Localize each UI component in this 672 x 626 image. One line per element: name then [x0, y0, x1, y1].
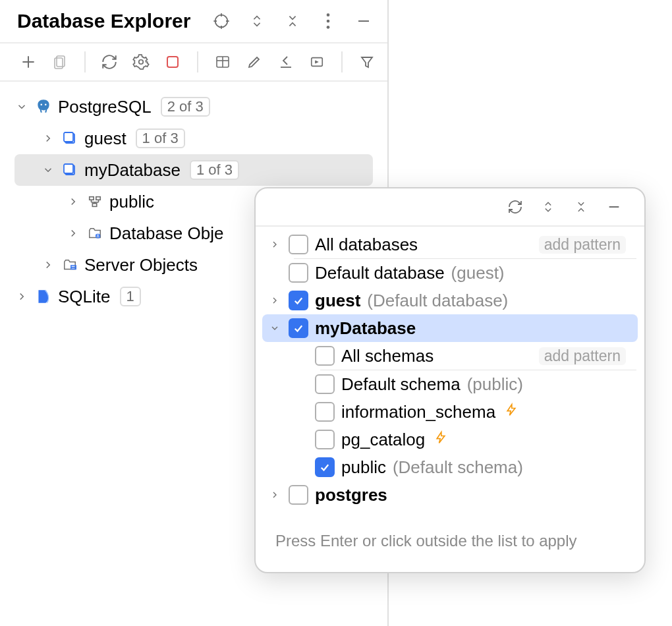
- schema-icon: [86, 192, 104, 211]
- tree-label: myDatabase: [84, 160, 181, 181]
- popup-row-all-databases[interactable]: All databases add pattern: [256, 231, 644, 258]
- chevron-right-icon[interactable]: [267, 293, 282, 308]
- tree-node-postgresql[interactable]: PostgreSQL 2 of 3: [0, 91, 387, 123]
- count-badge: 1 of 3: [190, 160, 239, 180]
- tree-label: Database Obje: [109, 223, 223, 244]
- chevron-right-icon[interactable]: [66, 226, 80, 241]
- chevron-right-icon[interactable]: [267, 488, 282, 502]
- svg-point-13: [139, 60, 144, 65]
- collapse-all-icon[interactable]: [281, 9, 304, 33]
- row-label: myDatabase: [315, 318, 416, 339]
- checkbox-checked[interactable]: [315, 457, 335, 477]
- database-icon: [61, 161, 79, 179]
- popup-row-pg-catalog[interactable]: pg_catalog: [256, 426, 644, 453]
- tree-label: PostgreSQL: [58, 97, 152, 117]
- toolbar: [0, 43, 387, 82]
- popup-row-default-schema[interactable]: Default schema (public): [256, 370, 644, 398]
- checkbox[interactable]: [289, 485, 308, 505]
- checkbox-checked[interactable]: [289, 318, 308, 338]
- add-icon[interactable]: [17, 50, 40, 74]
- lightning-icon: [434, 430, 447, 450]
- row-detail: (Default schema): [393, 457, 523, 478]
- stop-icon[interactable]: [161, 50, 184, 74]
- console-icon[interactable]: [306, 50, 329, 74]
- schema-selection-popup: All databases add pattern Default databa…: [254, 187, 646, 573]
- row-label: public: [341, 457, 386, 478]
- checkbox[interactable]: [289, 263, 308, 283]
- popup-row-public[interactable]: public (Default schema): [256, 453, 644, 481]
- count-badge: 1 of 3: [136, 128, 185, 148]
- add-pattern-button[interactable]: add pattern: [539, 236, 626, 254]
- popup-row-all-schemas[interactable]: All schemas add pattern: [256, 342, 644, 370]
- popup-row-mydatabase[interactable]: myDatabase: [262, 314, 638, 342]
- sqlite-icon: [34, 287, 53, 306]
- svg-marker-38: [507, 404, 515, 415]
- refresh-icon[interactable]: [99, 50, 121, 74]
- folder-server-icon: [61, 256, 79, 274]
- svg-point-6: [327, 20, 330, 23]
- chevron-right-icon[interactable]: [41, 258, 55, 272]
- svg-point-21: [40, 103, 42, 105]
- popup-header: [256, 188, 644, 227]
- row-label: All schemas: [341, 346, 434, 366]
- row-detail: (Default database): [367, 291, 508, 311]
- svg-rect-27: [90, 197, 94, 200]
- chevron-right-icon[interactable]: [267, 237, 282, 252]
- chevron-right-icon[interactable]: [41, 131, 55, 146]
- svg-rect-26: [64, 164, 73, 173]
- tree-label: Server Objects: [84, 255, 198, 275]
- refresh-icon[interactable]: [503, 195, 527, 219]
- tree-label: public: [109, 192, 154, 212]
- checkbox-checked[interactable]: [289, 291, 308, 310]
- popup-row-guest[interactable]: guest (Default database): [256, 287, 644, 314]
- svg-rect-14: [167, 57, 178, 67]
- popup-row-postgres[interactable]: postgres: [256, 481, 644, 509]
- row-label: guest: [315, 291, 360, 311]
- toolbar-separator: [197, 51, 198, 72]
- row-label: information_schema: [341, 402, 495, 422]
- svg-rect-24: [64, 132, 73, 142]
- svg-point-7: [327, 26, 330, 29]
- checkbox[interactable]: [289, 235, 308, 254]
- svg-marker-39: [437, 432, 445, 443]
- expand-collapse-icon[interactable]: [245, 9, 269, 33]
- copy-icon[interactable]: [49, 50, 71, 74]
- table-icon[interactable]: [211, 50, 234, 74]
- popup-row-information-schema[interactable]: information_schema: [256, 398, 644, 426]
- chevron-down-icon[interactable]: [267, 321, 282, 335]
- row-detail: (public): [467, 374, 523, 395]
- checkbox[interactable]: [315, 402, 335, 422]
- tree-node-mydatabase[interactable]: myDatabase 1 of 3: [14, 154, 373, 186]
- minimize-icon[interactable]: [602, 195, 626, 219]
- chevron-down-icon[interactable]: [41, 163, 55, 177]
- collapse-all-icon[interactable]: [569, 195, 593, 219]
- edit-icon[interactable]: [243, 50, 266, 74]
- svg-point-5: [327, 13, 330, 16]
- tree-node-guest[interactable]: guest 1 of 3: [0, 123, 387, 154]
- svg-point-0: [215, 15, 228, 28]
- expand-collapse-icon[interactable]: [536, 195, 560, 219]
- count-badge: 2 of 3: [161, 97, 210, 117]
- more-options-icon[interactable]: [316, 9, 340, 33]
- add-pattern-button[interactable]: add pattern: [539, 347, 626, 365]
- settings-icon[interactable]: [130, 50, 152, 74]
- popup-hint: Press Enter or click outside the list to…: [256, 513, 644, 572]
- panel-header: Database Explorer: [0, 0, 387, 43]
- checkbox[interactable]: [315, 374, 335, 394]
- chevron-down-icon[interactable]: [14, 100, 29, 114]
- tree-label: SQLite: [58, 287, 111, 307]
- minimize-icon[interactable]: [352, 9, 376, 33]
- target-icon[interactable]: [210, 9, 233, 33]
- popup-row-default-database[interactable]: Default database (guest): [256, 259, 644, 287]
- filter-icon[interactable]: [356, 50, 378, 74]
- row-label: Default schema: [341, 374, 461, 395]
- chevron-right-icon[interactable]: [66, 194, 80, 209]
- checkbox[interactable]: [315, 346, 335, 366]
- folder-db-icon: [86, 224, 104, 242]
- chevron-right-icon[interactable]: [14, 289, 29, 304]
- tree-label: guest: [84, 128, 126, 149]
- row-label: All databases: [315, 235, 418, 255]
- checkbox[interactable]: [315, 430, 335, 449]
- jump-icon[interactable]: [275, 50, 297, 74]
- postgresql-icon: [34, 98, 53, 116]
